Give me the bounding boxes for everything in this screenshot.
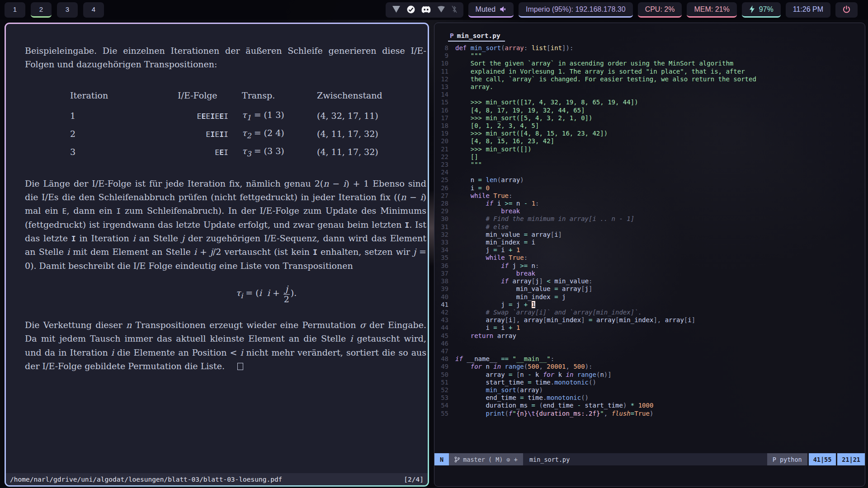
funnel-icon[interactable] — [392, 5, 401, 13]
code-line-35[interactable]: 35 while True: — [434, 254, 865, 262]
code-line-32[interactable]: 32 min_value = array[i] — [434, 231, 865, 239]
code-line-38[interactable]: 38 if array[j] < min_value: — [434, 277, 865, 285]
code-buffer[interactable]: 8def min_sort(array: list[int]):9 """10 … — [434, 44, 865, 418]
workspace-button-2[interactable]: 2 — [31, 2, 52, 18]
line-number: 29 — [434, 207, 455, 215]
code-text: if array[j] < min_value: — [455, 277, 593, 285]
code-line-48[interactable]: 48if __name__ == "__main__": — [434, 355, 865, 363]
code-line-13[interactable]: 13 array. — [434, 83, 865, 91]
code-line-34[interactable]: 34 j = i + 1 — [434, 246, 865, 254]
code-line-18[interactable]: 18 [0, 1, 2, 3, 4, 5] — [434, 122, 865, 130]
system-tray — [386, 2, 463, 18]
line-number: 15 — [434, 99, 455, 106]
line-number: 52 — [434, 386, 455, 394]
code-line-42[interactable]: 42 # Swap `array[i]` and `array[min_inde… — [434, 309, 865, 316]
line-number: 21 — [434, 145, 455, 153]
code-line-47[interactable]: 47 — [434, 347, 865, 355]
clock-module[interactable]: 11:26 PM — [786, 2, 830, 18]
code-line-53[interactable]: 53 end_time = time.monotonic() — [434, 394, 865, 402]
workspace-button-1[interactable]: 1 — [5, 2, 25, 18]
code-line-22[interactable]: 22 [] — [434, 153, 865, 161]
table-cell: (4, 11, 17, 32) — [317, 143, 382, 161]
line-number: 39 — [434, 285, 455, 293]
code-text: n = len(array) — [455, 176, 524, 184]
line-number: 48 — [434, 355, 455, 363]
qed-tombstone — [237, 363, 243, 370]
code-line-17[interactable]: 17 >>> min_sort([5, 4, 3, 2, 1, 0]) — [434, 114, 865, 122]
code-line-19[interactable]: 19 >>> min_sort([4, 8, 15, 16, 23, 42]) — [434, 130, 865, 137]
code-text: break — [455, 207, 520, 215]
table-row: 3EEIτ3 = (3 3)(4, 11, 17, 32) — [70, 143, 382, 161]
code-line-39[interactable]: 39 min_value = array[j] — [434, 285, 865, 293]
code-line-14[interactable]: 14 — [434, 91, 865, 99]
volume-module[interactable]: Muted — [468, 2, 514, 18]
code-text: for n in range(500, 20001, 500): — [455, 363, 593, 371]
editor-statusline: N master ( M) ⊙ + min_sort.py P python 4… — [434, 453, 865, 465]
cpu-module[interactable]: CPU: 2% — [638, 2, 682, 18]
code-line-23[interactable]: 23 """ — [434, 161, 865, 169]
code-text: [] — [455, 153, 478, 161]
code-line-40[interactable]: 40 min_index = j — [434, 293, 865, 301]
code-line-37[interactable]: 37 break — [434, 270, 865, 277]
code-line-28[interactable]: 28 if i >= n - 1: — [434, 200, 865, 207]
code-line-41[interactable]: 41 j = j + 1 — [434, 301, 865, 309]
line-number: 46 — [434, 340, 455, 347]
battery-module[interactable]: 97% — [742, 2, 781, 18]
code-line-11[interactable]: 11 explained in Vorlesung 1. The array i… — [434, 68, 865, 75]
editor-winbar-tab[interactable]: P min_sort.py — [448, 32, 505, 42]
code-line-54[interactable]: 54 duration_ms = (end_time - start_time)… — [434, 402, 865, 409]
code-line-30[interactable]: 30 # Find the minimum in array[i .. n - … — [434, 215, 865, 223]
code-line-20[interactable]: 20 [4, 8, 15, 16, 23, 42] — [434, 137, 865, 145]
git-branch-segment[interactable]: master ( M) ⊙ + — [449, 453, 523, 465]
line-number: 9 — [434, 52, 455, 60]
code-line-16[interactable]: 16 [4, 8, 17, 19, 19, 32, 44, 65] — [434, 107, 865, 114]
code-line-43[interactable]: 43 array[i], array[min_index] = array[mi… — [434, 316, 865, 324]
code-line-15[interactable]: 15 >>> min_sort([17, 4, 32, 19, 8, 65, 1… — [434, 99, 865, 106]
code-line-21[interactable]: 21 >>> min_sort([]) — [434, 145, 865, 153]
code-line-50[interactable]: 50 array = [n - k for k in range(n)] — [434, 371, 865, 379]
code-text: # Find the minimum in array[i .. n - 1] — [455, 215, 634, 223]
code-line-31[interactable]: 31 # else — [434, 223, 865, 231]
wifi-shield-icon[interactable] — [437, 6, 445, 13]
discord-icon[interactable] — [421, 6, 431, 13]
code-text: [0, 1, 2, 3, 4, 5] — [455, 122, 539, 130]
workspace-button-3[interactable]: 3 — [57, 2, 78, 18]
code-line-44[interactable]: 44 i = i + 1 — [434, 324, 865, 332]
code-line-26[interactable]: 26 i = 0 — [434, 184, 865, 192]
table-cell: EIEII — [178, 125, 228, 143]
statusline-filename: min_sort.py — [523, 453, 767, 465]
code-text: >>> min_sort([17, 4, 32, 19, 8, 65, 19, … — [455, 99, 638, 106]
code-line-55[interactable]: 55 print(f"{n}\t{duration_ms:.2f}", flus… — [434, 410, 865, 418]
code-line-25[interactable]: 25 n = len(array) — [434, 176, 865, 184]
code-line-45[interactable]: 45 return array — [434, 332, 865, 340]
code-line-46[interactable]: 46 — [434, 340, 865, 347]
workspace-button-4[interactable]: 4 — [83, 2, 104, 18]
code-text: while True: — [455, 254, 528, 262]
memory-module[interactable]: MEM: 21% — [687, 2, 736, 18]
vpn-module[interactable]: Imperio (95%): 192.168.178.30 — [519, 2, 633, 18]
power-module[interactable] — [835, 2, 858, 18]
code-line-52[interactable]: 52 min_sort(array) — [434, 386, 865, 394]
code-line-33[interactable]: 33 min_index = i — [434, 239, 865, 246]
code-text: """ — [455, 161, 482, 169]
code-line-9[interactable]: 9 """ — [434, 52, 865, 60]
code-line-49[interactable]: 49 for n in range(500, 20001, 500): — [434, 363, 865, 371]
code-line-29[interactable]: 29 break — [434, 207, 865, 215]
check-circle-icon[interactable] — [407, 5, 415, 14]
code-text: start_time = time.monotonic() — [455, 379, 596, 386]
code-line-27[interactable]: 27 while True: — [434, 192, 865, 200]
line-number: 14 — [434, 91, 455, 99]
bluetooth-off-icon[interactable] — [452, 5, 457, 13]
git-branch-name: master — [463, 456, 485, 463]
code-line-51[interactable]: 51 start_time = time.monotonic() — [434, 379, 865, 386]
code-line-36[interactable]: 36 if j >= n: — [434, 262, 865, 270]
transposition-formula: τi = (i i + j2). — [66, 284, 428, 305]
code-text: end_time = time.monotonic() — [455, 394, 589, 402]
line-number: 53 — [434, 394, 455, 402]
code-line-12[interactable]: 12 the call, `array` is changed. For eas… — [434, 75, 865, 83]
code-line-8[interactable]: 8def min_sort(array: list[int]): — [434, 44, 865, 52]
table-cell: (4, 11, 17, 32) — [317, 125, 382, 143]
code-line-10[interactable]: 10 Sort the given `array` in ascending o… — [434, 60, 865, 67]
code-line-24[interactable]: 24 — [434, 169, 865, 176]
pdf-paragraph-length: Die Länge der I/E-Folge ist für jede Ite… — [25, 177, 426, 273]
